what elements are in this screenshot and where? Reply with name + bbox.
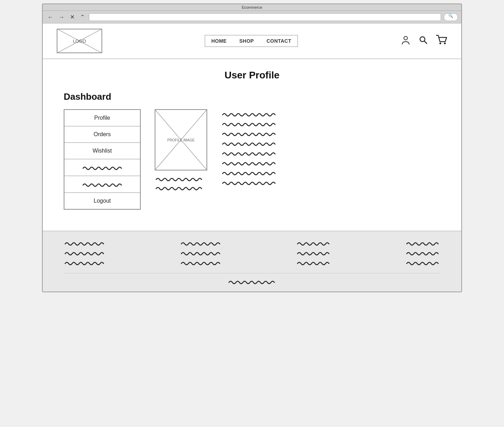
sidebar-item-wishlist[interactable]: Wishlist <box>64 143 140 159</box>
forward-button[interactable]: → <box>57 13 66 21</box>
logo[interactable]: LOGO <box>57 29 102 53</box>
footer-col-1 <box>64 240 106 266</box>
svg-point-6 <box>444 42 446 44</box>
dashboard-label: Dashboard <box>64 91 440 102</box>
search-icon[interactable] <box>418 35 428 48</box>
main-content: User Profile Dashboard Profile Orders Wi… <box>43 59 461 231</box>
right-squiggle-7 <box>221 170 277 176</box>
svg-point-3 <box>420 37 425 42</box>
right-squiggle-3 <box>221 131 277 137</box>
home-button[interactable]: ⌃ <box>79 13 86 21</box>
nav-contact[interactable]: CONTACT <box>260 35 298 47</box>
footer-col-4 <box>405 240 440 266</box>
sidebar-item-orders[interactable]: Orders <box>64 126 140 143</box>
sidebar-menu: Profile Orders Wishlist Logout <box>64 109 141 210</box>
page-title: User Profile <box>64 70 440 81</box>
footer-sq-1-2 <box>64 250 106 256</box>
close-button[interactable]: ✕ <box>69 13 76 21</box>
nav-shop[interactable]: SHOP <box>233 35 260 47</box>
profile-field-squiggle-2 <box>155 185 204 191</box>
right-section <box>221 109 277 186</box>
browser-toolbar: ← → ✕ ⌃ 🔍 <box>43 11 461 23</box>
header-icons <box>400 35 447 48</box>
nav-home[interactable]: HOME <box>205 35 233 47</box>
page-tab-title: Ecommerce <box>242 5 262 9</box>
user-icon[interactable] <box>400 35 411 48</box>
right-squiggle-1 <box>221 111 277 117</box>
profile-section: PROFILE IMAGE <box>155 109 207 191</box>
profile-below-fields <box>155 176 207 191</box>
right-squiggle-6 <box>221 160 277 166</box>
cart-icon[interactable] <box>435 35 447 48</box>
footer-col-3 <box>296 240 331 266</box>
footer-columns <box>64 240 440 266</box>
svg-line-4 <box>424 41 427 44</box>
sidebar-item-squiggle-1[interactable] <box>64 159 140 176</box>
profile-image-label: PROFILE IMAGE <box>167 138 195 142</box>
main-nav: HOME SHOP CONTACT <box>205 35 298 47</box>
browser-search-icon[interactable]: 🔍 <box>444 13 458 21</box>
footer-sq-4-3 <box>405 260 440 266</box>
footer-sq-4-2 <box>405 250 440 256</box>
svg-point-5 <box>440 42 441 44</box>
footer-sq-2-3 <box>180 260 222 266</box>
right-squiggle-8 <box>221 180 277 186</box>
site-footer <box>43 231 461 292</box>
right-squiggle-4 <box>221 140 277 147</box>
footer-sq-3-3 <box>296 260 331 266</box>
sidebar-item-squiggle-2[interactable] <box>64 176 140 193</box>
footer-sq-1-3 <box>64 260 106 266</box>
browser-title: Ecommerce <box>43 4 461 11</box>
browser-window: Ecommerce ← → ✕ ⌃ 🔍 LOGO HOME SHOP CONTA… <box>42 4 462 292</box>
right-squiggle-2 <box>221 121 277 127</box>
footer-col-2 <box>180 240 222 266</box>
sidebar-item-logout[interactable]: Logout <box>64 193 140 209</box>
footer-sq-2-2 <box>180 250 222 256</box>
site-header: LOGO HOME SHOP CONTACT <box>43 23 461 59</box>
back-button[interactable]: ← <box>46 13 55 21</box>
footer-sq-1-1 <box>64 240 106 246</box>
dashboard-layout: Profile Orders Wishlist Logout <box>64 109 440 210</box>
profile-image-box: PROFILE IMAGE <box>155 109 207 170</box>
footer-bottom-squiggle <box>227 279 276 285</box>
footer-sq-3-2 <box>296 250 331 256</box>
sidebar-item-profile[interactable]: Profile <box>64 110 140 126</box>
profile-field-squiggle-1 <box>155 176 204 182</box>
footer-sq-4-1 <box>405 240 440 246</box>
address-bar[interactable] <box>89 13 441 21</box>
logo-text: LOGO <box>73 38 86 44</box>
footer-sq-3-1 <box>296 240 331 246</box>
footer-bottom <box>64 273 440 286</box>
right-squiggle-5 <box>221 150 277 156</box>
footer-sq-2-1 <box>180 240 222 246</box>
svg-point-2 <box>404 36 407 40</box>
